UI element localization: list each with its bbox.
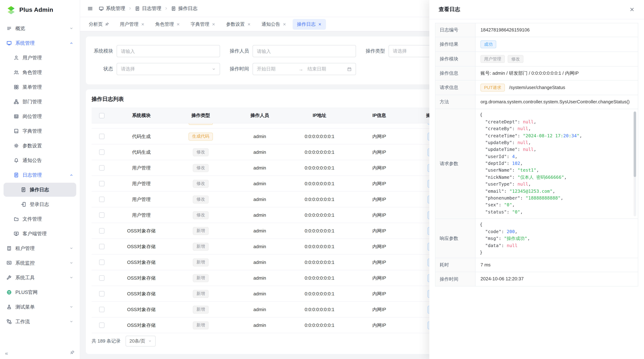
table-row[interactable]: OSS对象存储新增admin0:0:0:0:0:0:0:1内网IP成功 xyxy=(92,270,462,286)
breadcrumb-item[interactable]: 日志管理 xyxy=(135,5,161,12)
sidebar-item-tenant[interactable]: 租户管理 xyxy=(4,241,76,255)
row-checkbox[interactable] xyxy=(99,181,104,186)
filter-status-select[interactable]: 请选择 xyxy=(117,63,220,75)
row-checkbox[interactable] xyxy=(99,149,104,155)
select-arrow-icon xyxy=(212,67,216,71)
cell-ip: 0:0:0:0:0:0:0:1 xyxy=(289,291,350,297)
detail-value: 成功 xyxy=(475,37,638,52)
drawer-header: 查看日志 xyxy=(429,0,644,19)
sidebar-item-notice[interactable]: 通知公告 xyxy=(4,153,76,167)
overview-icon xyxy=(6,26,12,31)
cell-operator: admin xyxy=(230,165,289,171)
row-checkbox[interactable] xyxy=(99,275,104,281)
tab-analysis[interactable]: 分析页 xyxy=(84,19,114,29)
sidebar-item-log[interactable]: 日志管理 xyxy=(4,168,76,182)
page-size-select[interactable]: 20条/页 xyxy=(126,336,156,347)
sidebar-item-param[interactable]: 参数设置 xyxy=(4,139,76,153)
sidebar-item-loginlog[interactable]: 登录日志 xyxy=(4,197,76,211)
table-row[interactable]: OSS对象存储新增admin0:0:0:0:0:0:0:1内网IP成功 xyxy=(92,286,462,302)
table-row[interactable]: OSS对象存储新增admin0:0:0:0:0:0:0:1内网IP成功 xyxy=(92,223,462,239)
detail-value: { "code": 200, "msg": "操作成功", "data": nu… xyxy=(475,219,638,258)
cell-ip-info: 内网IP xyxy=(350,133,408,140)
total-records: 共 189 条记录 xyxy=(92,338,120,344)
row-checkbox[interactable] xyxy=(99,228,104,234)
chevron-down-icon xyxy=(148,339,152,343)
dict-icon xyxy=(14,128,19,134)
tab-param[interactable]: 参数设置 xyxy=(222,19,255,29)
hamburger-icon[interactable] xyxy=(87,5,93,11)
collapse-sidebar-icon[interactable]: « xyxy=(5,350,8,356)
cell-ip: 0:0:0:0:0:0:0:1 xyxy=(289,134,350,139)
table-row[interactable]: 代码生成生成代码admin0:0:0:0:0:0:0:1内网IP成功 xyxy=(92,129,462,144)
select-all-checkbox[interactable] xyxy=(99,113,104,118)
cell-ip: 0:0:0:0:0:0:0:1 xyxy=(289,307,350,312)
sidebar-item-overview[interactable]: 概览 xyxy=(4,21,76,35)
row-checkbox[interactable] xyxy=(99,260,104,265)
sidebar-item-workflow[interactable]: 工作流 xyxy=(4,315,76,329)
row-checkbox[interactable] xyxy=(99,323,104,328)
table-row[interactable]: 代码生成修改admin0:0:0:0:0:0:0:1内网IP成功 xyxy=(92,144,462,160)
request_params-code-block[interactable]: { "createDept": null, "createBy": null, … xyxy=(478,110,636,218)
filter-module-input[interactable] xyxy=(117,45,220,57)
sidebar-item-monitor[interactable]: 系统监控 xyxy=(4,256,76,270)
arrow-right-separator: → xyxy=(296,66,305,72)
cell-ip: 0:0:0:0:0:0:0:1 xyxy=(289,275,350,281)
tab-notice[interactable]: 通知公告 xyxy=(257,19,290,29)
sidebar-item-dict[interactable]: 字典管理 xyxy=(4,124,76,138)
detail-label: 操作结果 xyxy=(435,37,475,52)
tab-user[interactable]: 用户管理 xyxy=(116,19,149,29)
breadcrumb-item[interactable]: 操作日志 xyxy=(171,5,198,12)
table-row[interactable]: 用户管理修改admin0:0:0:0:0:0:0:1内网IP成功 xyxy=(92,192,462,207)
table-row[interactable]: OSS对象存储新增admin0:0:0:0:0:0:0:1内网IP成功 xyxy=(92,302,462,318)
sidebar-item-dept[interactable]: 部门管理 xyxy=(4,95,76,109)
detail-value: 2024-10-06 12:20:37 xyxy=(475,272,638,286)
detail-label: 方法 xyxy=(435,95,475,109)
cell-module: 代码生成 xyxy=(112,133,171,140)
cell-ip-info: 内网IP xyxy=(350,306,408,313)
table-header: 系统模块操作类型操作人员IP地址IP信息操作状态 xyxy=(92,108,462,123)
app-logo[interactable]: Plus Admin xyxy=(0,0,80,20)
tab-role[interactable]: 角色管理 xyxy=(151,19,184,29)
table-row[interactable]: 用户管理修改admin0:0:0:0:0:0:0:1内网IP成功 xyxy=(92,176,462,192)
table-row[interactable]: 代码生成生成代码admin0:0:0:0:0:0:0:1内网IP成功 xyxy=(92,123,462,129)
sidebar-item-menu[interactable]: 菜单管理 xyxy=(4,80,76,94)
client-icon xyxy=(14,231,19,236)
sidebar-item-system[interactable]: 系统管理 xyxy=(4,36,76,50)
cell-operator: admin xyxy=(230,197,289,202)
scrollbar[interactable] xyxy=(634,111,636,217)
cell-ip: 0:0:0:0:0:0:0:1 xyxy=(289,212,350,218)
table-row[interactable]: 用户管理修改admin0:0:0:0:0:0:0:1内网IP成功 xyxy=(92,207,462,223)
sidebar-item-plus-site[interactable]: PLUS官网 xyxy=(4,285,76,299)
row-checkbox[interactable] xyxy=(99,134,104,139)
cell-ip-info: 内网IP xyxy=(350,259,408,266)
sidebar-item-post[interactable]: 岗位管理 xyxy=(4,109,76,123)
pin-sidebar-icon[interactable] xyxy=(70,350,75,356)
table-row[interactable]: OSS对象存储新增admin0:0:0:0:0:0:0:1内网IP成功 xyxy=(92,239,462,255)
cell-operator: admin xyxy=(230,275,289,281)
sidebar-item-user[interactable]: 用户管理 xyxy=(4,51,76,65)
sidebar-item-role[interactable]: 角色管理 xyxy=(4,65,76,79)
row-checkbox[interactable] xyxy=(99,212,104,218)
sidebar-item-tools[interactable]: 系统工具 xyxy=(4,271,76,285)
sidebar-item-operlog[interactable]: 操作日志 xyxy=(4,183,76,197)
table-row[interactable]: OSS对象存储新增admin0:0:0:0:0:0:0:1内网IP成功 xyxy=(92,318,462,333)
sidebar-item-client[interactable]: 客户端管理 xyxy=(4,227,76,241)
row-checkbox[interactable] xyxy=(99,291,104,297)
filter-operator-input[interactable] xyxy=(252,45,356,57)
log-icon xyxy=(135,6,140,11)
table-row[interactable]: 用户管理修改admin0:0:0:0:0:0:0:1内网IP成功 xyxy=(92,160,462,176)
breadcrumb-item[interactable]: 系统管理 xyxy=(99,5,125,12)
tab-operlog[interactable]: 操作日志 xyxy=(293,19,326,29)
filter-time-range[interactable]: 开始日期→结束日期 xyxy=(252,63,356,75)
row-checkbox[interactable] xyxy=(99,307,104,312)
sidebar-item-test[interactable]: 测试菜单 xyxy=(4,300,76,314)
tab-dict[interactable]: 字典管理 xyxy=(186,19,220,29)
close-icon[interactable] xyxy=(629,7,635,12)
loginlog-icon xyxy=(21,202,26,207)
sidebar-item-file[interactable]: 文件管理 xyxy=(4,212,76,226)
row-checkbox[interactable] xyxy=(99,244,104,249)
row-checkbox[interactable] xyxy=(99,165,104,171)
table-row[interactable]: OSS对象存储新增admin0:0:0:0:0:0:0:1内网IP成功 xyxy=(92,255,462,270)
detail-row-cost: 耗时7 ms xyxy=(435,258,638,272)
row-checkbox[interactable] xyxy=(99,197,104,202)
